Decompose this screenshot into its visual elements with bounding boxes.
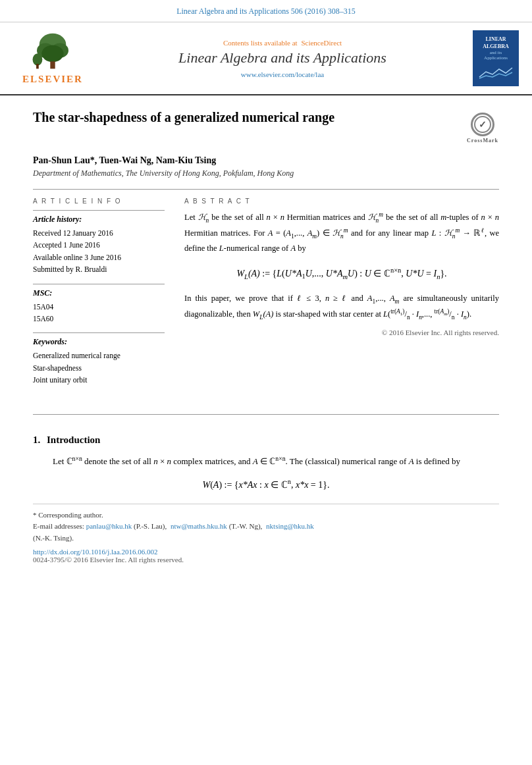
- cover-chart-icon: [478, 64, 514, 80]
- intro-formula: W(A) := {x*Ax : x ∈ ℂn, x*x = 1}.: [33, 478, 499, 490]
- journal-header: ELSEVIER Contents lists available at Sci…: [0, 22, 532, 95]
- introduction-section: 1. Introduction Let ℂn×n denote the set …: [0, 435, 532, 490]
- section-divider: [33, 414, 499, 415]
- article-info-col: A R T I C L E I N F O Article history: R…: [33, 198, 165, 394]
- journal-title-center: Contents lists available at ScienceDirec…: [92, 39, 473, 78]
- footnote-star: * Corresponding author.: [33, 510, 499, 521]
- article-info-abstract: A R T I C L E I N F O Article history: R…: [33, 198, 499, 394]
- svg-rect-6: [36, 64, 39, 68]
- sciencedirect-link[interactable]: ScienceDirect: [301, 39, 342, 47]
- abstract-para-2: In this paper, we prove that if ℓ ≤ 3, n…: [184, 292, 499, 323]
- article-title-block: The star-shapedness of a generalized num…: [33, 109, 499, 145]
- footnote-author3: (N.-K. Tsing).: [33, 533, 499, 544]
- intro-heading: 1. Introduction: [33, 435, 499, 446]
- journal-main-title: Linear Algebra and its Applications: [99, 49, 466, 66]
- citation-text: Linear Algebra and its Applications 506 …: [176, 7, 356, 16]
- keyword-2: Star-shapedness: [33, 362, 165, 374]
- intro-para-1: Let ℂn×n denote the set of all n × n com…: [33, 454, 499, 469]
- available-date: Available online 3 June 2016: [33, 251, 165, 263]
- and-word: and: [238, 456, 251, 466]
- svg-rect-4: [50, 61, 55, 68]
- article-history-block: Article history: Received 12 January 201…: [33, 210, 165, 276]
- abstract-label: A B S T R A C T: [184, 198, 499, 205]
- abstract-para-1: Let ℋn be the set of all n × n Hermitian…: [184, 210, 499, 255]
- submitted-by: Submitted by R. Brualdi: [33, 263, 165, 275]
- cover-subtitle2: Applications: [484, 55, 508, 61]
- keyword-3: Joint unitary orbit: [33, 374, 165, 386]
- elsevier-tree-icon: [26, 32, 79, 72]
- abstract-text: Let ℋn be the set of all n × n Hermitian…: [184, 210, 499, 338]
- msc-title: MSC:: [33, 288, 165, 298]
- msc-code-1: 15A04: [33, 301, 165, 313]
- accepted-date: Accepted 1 June 2016: [33, 239, 165, 251]
- crossmark-badge[interactable]: ✓ CrossMark: [466, 112, 499, 145]
- keywords-title: Keywords:: [33, 337, 165, 347]
- abstract-col: A B S T R A C T Let ℋn be the set of all…: [184, 198, 499, 394]
- cover-title-line2: ALGEBRA: [483, 43, 509, 50]
- affiliation: Department of Mathematics, The Universit…: [33, 169, 499, 178]
- crossmark-label: CrossMark: [467, 138, 498, 144]
- article-content: The star-shapedness of a generalized num…: [0, 95, 532, 408]
- title-divider: [33, 189, 499, 190]
- abstract-formula-1: WL(A) := {L(U*A1U,..., U*AmU) : U ∈ ℂn×n…: [184, 265, 499, 282]
- svg-text:✓: ✓: [479, 120, 487, 130]
- received-date: Received 12 January 2016: [33, 227, 165, 239]
- journal-citation: Linear Algebra and its Applications 506 …: [0, 0, 532, 22]
- footnote-emails: E-mail addresses: panlau@hku.hk (P.-S. L…: [33, 521, 499, 533]
- cover-subtitle1: and its: [484, 50, 508, 55]
- abstract-copyright: © 2016 Elsevier Inc. All rights reserved…: [184, 327, 499, 338]
- cover-title-line1: LINEAR: [483, 36, 509, 43]
- svg-point-3: [41, 45, 63, 62]
- article-info-label: A R T I C L E I N F O: [33, 198, 165, 205]
- issn-text: 0024-3795/© 2016 Elsevier Inc. All right…: [33, 556, 499, 564]
- article-title: The star-shapedness of a generalized num…: [33, 109, 466, 126]
- footnote-area: * Corresponding author. E-mail addresses…: [33, 504, 499, 564]
- msc-code-2: 15A60: [33, 313, 165, 325]
- elsevier-brand: ELSEVIER: [22, 74, 83, 85]
- authors: Pan-Shun Lau*, Tuen-Wai Ng, Nam-Kiu Tsin…: [33, 155, 499, 166]
- crossmark-icon: ✓: [471, 113, 494, 136]
- email-link-3[interactable]: nktsing@hku.hk: [266, 522, 314, 530]
- msc-content: 15A04 15A60: [33, 301, 165, 325]
- keywords-block: Keywords: Generalized numerical range St…: [33, 332, 165, 386]
- journal-url[interactable]: www.elsevier.com/locate/laa: [99, 70, 466, 78]
- email-link-2[interactable]: ntw@maths.hku.hk: [171, 522, 227, 530]
- contents-available-text: Contents lists available at ScienceDirec…: [99, 39, 466, 47]
- article-history-content: Received 12 January 2016 Accepted 1 June…: [33, 227, 165, 276]
- journal-cover-image: LINEAR ALGEBRA and its Applications: [473, 30, 519, 86]
- doi-link[interactable]: http://dx.doi.org/10.1016/j.laa.2016.06.…: [33, 548, 499, 556]
- keywords-content: Generalized numerical range Star-shapedn…: [33, 350, 165, 386]
- msc-block: MSC: 15A04 15A60: [33, 284, 165, 325]
- article-history-title: Article history:: [33, 215, 165, 224]
- keyword-1: Generalized numerical range: [33, 350, 165, 361]
- email-link-1[interactable]: panlau@hku.hk: [86, 522, 132, 530]
- elsevier-logo: ELSEVIER: [13, 32, 92, 85]
